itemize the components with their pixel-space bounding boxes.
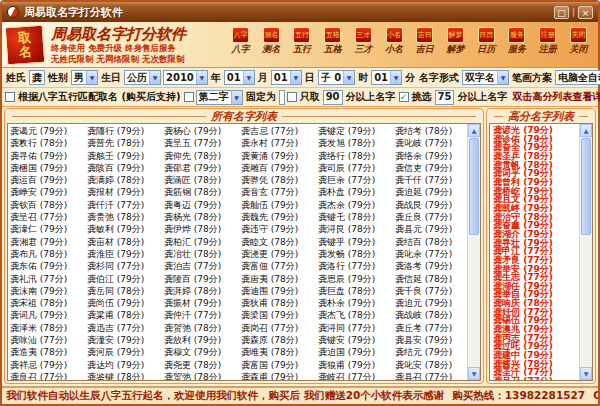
name-item[interactable]: 龚满婷 (78分) [87,174,164,186]
name-item[interactable]: 龚永村 (77分) [241,137,318,149]
menu-jiri[interactable]: 吉日吉日 [411,27,438,55]
only-take-checkbox[interactable] [287,92,297,102]
menu-wuxing[interactable]: 五行五行 [288,27,315,55]
close-button[interactable]: × [578,6,593,19]
name-item[interactable]: 龚舷壬 (79分) [87,150,164,162]
name-item[interactable]: 龚仰先 (78分) [164,150,241,162]
menu-cerming[interactable]: 测名测名 [258,27,285,55]
name-item[interactable]: 龚敏利 (79分) [87,223,164,235]
name-item[interactable]: 龚迫国 (79分) [318,346,395,358]
name-item[interactable]: 龚尧更 (78分) [164,359,241,371]
name-item[interactable]: 龚普先 (78分) [87,137,164,149]
name-item[interactable]: 龚巨余 (77分) [318,174,395,186]
menu-rili[interactable]: 日历日历 [473,27,500,55]
menu-xiaoming[interactable]: 小名小名 [381,27,408,55]
name-item[interactable]: 龚达均 (79分) [87,359,164,371]
name-item[interactable]: 龚亩材 (78分) [87,236,164,248]
hour-select[interactable]: 子 0▼ [318,70,355,85]
name-item[interactable]: 龚仟汘 (77分) [87,199,164,211]
name-item[interactable]: 龚县安 (79分) [395,334,467,346]
name-item[interactable]: 龚音玄 (77分) [241,186,318,198]
menu-fuwu[interactable]: 服务服务 [503,27,530,55]
name-item[interactable]: 龚迅吉 (77分) [87,322,164,334]
fixed-char-input[interactable] [279,90,285,105]
name-item[interactable]: 龚舢伍 (79分) [241,199,318,211]
name-item[interactable]: 龚敖利 (79分) [164,334,241,346]
name-item[interactable]: 龚雕百 (79分) [241,162,318,174]
name-item[interactable]: 龚结元 (79分) [395,346,467,358]
name-item[interactable]: 龚浇更 (79分) [241,248,318,260]
name-item[interactable]: 龚涵匠 (78分) [164,174,241,186]
menu-sancai[interactable]: 三才三才 [350,27,377,55]
name-item[interactable]: 龚森原 (78分) [241,334,318,346]
name-item[interactable]: 龚岐召 (77分) [318,371,395,380]
name-item[interactable]: 龚寻佑 (79分) [10,150,87,162]
name-item[interactable]: 龚吉忌 (77分) [241,125,318,137]
name-item[interactable]: 龚丘良 (77分) [395,211,467,223]
menu-wuge[interactable]: 五格五格 [319,27,346,55]
name-item[interactable]: 龚睦文 (78分) [241,236,318,248]
menu-guanbi[interactable]: 关闭关闭 [565,27,592,55]
name-item[interactable]: 龚战岐 (78分) [395,309,467,321]
name-item[interactable]: 龚河辰 (79分) [87,346,164,358]
name-item[interactable]: 龚礼汛 (77分) [10,273,87,285]
name-item[interactable]: 龚信吏 (79分) [395,162,467,174]
name-item[interactable]: 龚峥安 (79分) [10,186,87,198]
name-item[interactable]: 龚战艮 (79分) [395,199,467,211]
name-item[interactable]: 龚杰余 (79分) [318,199,395,211]
name-item[interactable]: 龚鉴键 (78分) [87,371,164,380]
name-item[interactable]: 龚键安 (79分) [318,334,395,346]
name-item[interactable]: 龚杨光 (78分) [164,211,241,223]
name-item[interactable]: 龚森甫 (79分) [241,371,318,380]
name-item[interactable]: 龚贸弛 (78分) [164,371,241,380]
name-item[interactable]: 龚敉行 (78分) [10,137,87,149]
name-item[interactable]: 龚千良 (77分) [395,285,467,297]
name-item[interactable]: 龚伊烨 (78分) [164,223,241,235]
name-item[interactable]: 龚迫延 (79分) [395,186,467,198]
name-item[interactable]: 龚唐夷 (78分) [241,273,318,285]
name-item[interactable]: 龚朴余 (79分) [318,297,395,309]
name-item[interactable]: 龚发旭 (78分) [318,137,395,149]
name-item[interactable]: 龚迪围 (79分) [241,285,318,297]
name-item[interactable]: 龚梱国 (79分) [10,162,87,174]
name-item[interactable]: 龚唯夷 (78分) [241,346,318,358]
name-item[interactable]: 龚词凡 (79分) [10,309,87,321]
scroll-track[interactable] [468,137,480,367]
name-item[interactable]: 龚邵君 (79分) [164,162,241,174]
name-item[interactable]: 龚司辰 (77分) [318,162,395,174]
name-item[interactable]: 龚湘君 (79分) [10,236,87,248]
name-item[interactable]: 龚浔艮 (78分) [318,223,395,235]
name-item[interactable]: 龚泽米 (78分) [10,322,87,334]
name-item[interactable]: 龚杨心 (79分) [164,125,241,137]
name-item[interactable]: 龚岗召 (77分) [241,322,318,334]
scroll-up-button[interactable]: ▲ [580,124,592,137]
name-item[interactable]: 龚粤迈 (79分) [164,199,241,211]
all-names-scrollbar[interactable]: ▲ ▼ [467,124,480,380]
name-item[interactable]: 龚岳同 (78分) [87,285,164,297]
name-item[interactable]: 龚富国 (79分) [241,359,318,371]
surname-input[interactable]: 龚 [29,70,45,85]
name-item[interactable]: 龚浔同 (77分) [318,322,395,334]
name-item[interactable]: 龚巨盘 (78分) [318,285,395,297]
name-item[interactable]: 龚富佃 (77分) [241,260,318,272]
name-item[interactable]: 龚陔百 (79分) [87,162,164,174]
scroll-up-button[interactable]: ▲ [468,124,480,137]
name-item[interactable]: 龚运百 (79分) [10,174,87,186]
name-item[interactable]: 龚发畅 (78分) [318,248,395,260]
name-item[interactable]: 龚叱余 (77分) [395,248,467,260]
name-item[interactable]: 龚呈召 (77分) [10,211,87,223]
name-item[interactable]: 龚柏汇 (79分) [164,236,241,248]
name-item[interactable]: 龚黄涌 (79分) [241,150,318,162]
name-item[interactable]: 龚粱甫 (78分) [87,309,164,321]
name-item[interactable]: 龚叱岐 (77分) [395,137,467,149]
name-item[interactable]: 龚潼安 (79分) [87,334,164,346]
name-item[interactable]: 龚县元 (79分) [395,223,467,235]
scroll-track[interactable] [580,137,592,367]
name-item[interactable]: 龚呈五 (77分) [164,137,241,149]
name-item[interactable]: 龚结考 (78分) [395,125,467,137]
name-item[interactable]: 龚泊吉 (77分) [164,260,241,272]
name-item[interactable]: 龚千仟 (77分) [395,174,467,186]
month-select[interactable]: 01▼ [224,70,255,85]
pick-checkbox[interactable]: ✓ [399,92,409,102]
name-item[interactable]: 龚络余 (79分) [395,150,467,162]
